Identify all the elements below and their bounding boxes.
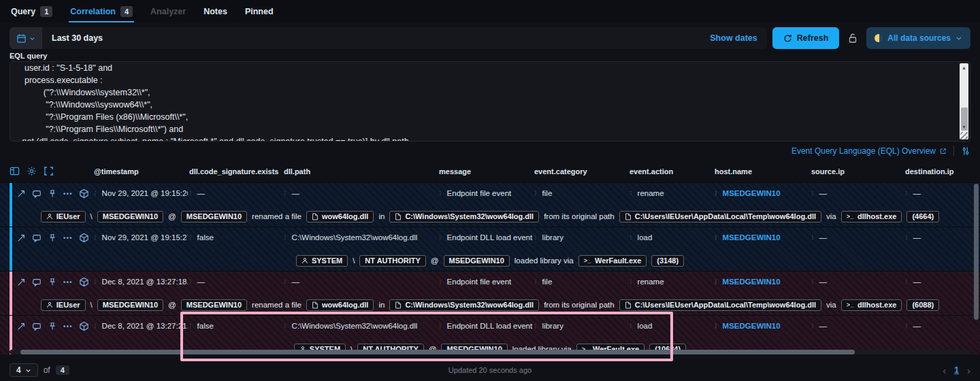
renderer-text: @ (168, 301, 176, 309)
event-row-4: •••Dec 8, 2021 @ 13:27:21.307falseC:\Win… (0, 315, 980, 354)
comment-icon[interactable] (32, 278, 42, 287)
renderer-badge[interactable]: >_dllhost.exe (841, 211, 902, 222)
tab-pinned[interactable]: Pinned (245, 0, 274, 22)
comment-icon[interactable] (32, 322, 42, 331)
fullscreen-icon[interactable] (44, 166, 54, 176)
gear-icon[interactable] (27, 166, 37, 176)
ellipsis-icon[interactable]: ••• (63, 279, 73, 286)
renderer-badge[interactable]: SYSTEM (296, 255, 348, 267)
ellipsis-icon[interactable]: ••• (63, 190, 73, 197)
cell-host[interactable]: MSEDGEWIN10 (715, 189, 810, 197)
page-next-icon[interactable]: › (967, 365, 970, 376)
pin-icon[interactable] (48, 189, 57, 199)
eql-overview-link-label: Event Query Language (EQL) Overview (791, 146, 936, 156)
cell-host[interactable]: MSEDGEWIN10 (715, 278, 810, 286)
timeline-tabbar: Query 1 Correlation 4 Analyzer Notes Pin… (0, 0, 980, 22)
tab-correlation-label: Correlation (70, 7, 116, 16)
query-scrollbar[interactable]: ▲ ▼ (960, 63, 968, 139)
eql-settings-icon[interactable] (961, 146, 970, 156)
renderer-badge[interactable]: C:\Users\IEUser\AppData\Local\Temp\wow64… (619, 299, 821, 311)
analyzer-icon[interactable] (79, 277, 89, 287)
renderer-badge[interactable]: wow64log.dll (306, 211, 374, 222)
renderer-badge-label: (6088) (912, 301, 934, 309)
renderer-badge[interactable]: C:\Windows\System32\wow64log.dll (389, 211, 539, 222)
renderer-badge[interactable]: >_WerFault.exe (578, 255, 647, 267)
eql-overview-link[interactable]: Event Query Language (EQL) Overview (791, 146, 947, 156)
renderer-badge-label: IEUser (56, 212, 80, 220)
renderer-badge[interactable]: NT AUTHORITY (359, 255, 425, 267)
renderer-badge[interactable]: (4664) (906, 211, 939, 222)
renderer-badge-label: MSEDGEWIN10 (186, 212, 242, 220)
tab-correlation-count-badge: 4 (120, 6, 133, 17)
column-header-source_ip[interactable]: source.ip (811, 167, 904, 176)
tab-notes[interactable]: Notes (203, 0, 227, 22)
renderer-badge[interactable]: (3148) (651, 255, 684, 267)
renderer-text: via (826, 301, 836, 309)
cell-exists: false (189, 233, 282, 242)
column-header-dest_ip[interactable]: destination.ip (905, 167, 976, 176)
column-header-category[interactable]: event.category (534, 167, 628, 176)
expand-icon[interactable] (16, 189, 26, 199)
pin-icon[interactable] (48, 233, 57, 243)
cell-category: library (534, 322, 628, 330)
renderer-badge[interactable]: MSEDGEWIN10 (181, 211, 247, 222)
tab-correlation[interactable]: Correlation 4 (70, 0, 133, 22)
cell-timestamp: Nov 29, 2021 @ 19:15:27.426 (94, 233, 188, 242)
pin-icon[interactable] (48, 322, 57, 331)
file-icon (395, 213, 402, 220)
analyzer-icon[interactable] (79, 321, 89, 331)
eql-query-input[interactable]: user.id : "S-1-5-18" and process.executa… (10, 61, 970, 142)
renderer-text: from its original path (544, 212, 615, 220)
renderer-badge[interactable]: MSEDGEWIN10 (97, 211, 163, 222)
ellipsis-icon[interactable]: ••• (63, 323, 73, 330)
show-dates-button[interactable]: Show dates (710, 33, 766, 43)
column-header-message[interactable]: message (439, 167, 533, 176)
pin-icon[interactable] (48, 278, 57, 287)
column-header-action[interactable]: event.action (630, 167, 713, 176)
page-number[interactable]: 1 (954, 365, 959, 375)
cell-host[interactable]: MSEDGEWIN10 (715, 233, 810, 242)
lock-open-button[interactable] (845, 27, 861, 49)
analyzer-icon[interactable] (79, 233, 89, 243)
renderer-badge[interactable]: MSEDGEWIN10 (181, 299, 247, 311)
renderer-badge-label: MSEDGEWIN10 (449, 256, 504, 265)
refresh-button[interactable]: Refresh (772, 27, 840, 49)
page-prev-icon[interactable]: ‹ (943, 365, 946, 376)
renderer-badge-label: WerFault.exe (595, 256, 641, 265)
renderer-badge[interactable]: (6088) (906, 299, 939, 311)
textarea-resize-grip[interactable] (960, 132, 968, 139)
events-table-header: @timestampdll.code_signature.existsdll.p… (0, 163, 980, 182)
table-horizontal-scrollbar[interactable] (10, 350, 970, 354)
column-header-exists[interactable]: dll.code_signature.exists (189, 167, 282, 176)
scroll-up-arrow[interactable]: ▲ (960, 63, 968, 72)
ellipsis-icon[interactable]: ••• (63, 235, 73, 242)
columns-icon[interactable] (10, 166, 20, 176)
comment-icon[interactable] (32, 233, 42, 243)
column-header-timestamp[interactable]: @timestamp (94, 167, 188, 176)
renderer-badge[interactable]: IEUser (41, 211, 86, 222)
cell-host[interactable]: MSEDGEWIN10 (715, 322, 810, 330)
renderer-badge[interactable]: wow64log.dll (306, 299, 374, 311)
tab-query[interactable]: Query 1 (11, 0, 52, 22)
scroll-down-arrow[interactable]: ▼ (960, 122, 968, 131)
expand-icon[interactable] (16, 278, 26, 287)
renderer-badge[interactable]: >_dllhost.exe (841, 299, 902, 311)
expand-icon[interactable] (16, 322, 26, 331)
renderer-badge[interactable]: C:\Users\IEUser\AppData\Local\Temp\wow64… (619, 211, 821, 222)
tab-query-label: Query (11, 7, 35, 16)
cell-source_ip: — (811, 278, 904, 286)
comment-icon[interactable] (32, 189, 42, 199)
renderer-badge[interactable]: IEUser (41, 299, 86, 311)
renderer-badge[interactable]: MSEDGEWIN10 (97, 299, 163, 311)
horizontal-scrollbar-thumb[interactable] (20, 350, 855, 354)
column-header-path[interactable]: dll.path (284, 167, 438, 176)
renderer-badge[interactable]: MSEDGEWIN10 (444, 255, 510, 267)
date-quick-select-button[interactable] (10, 27, 42, 49)
expand-icon[interactable] (16, 233, 26, 243)
data-sources-button[interactable]: All data sources (866, 27, 970, 49)
renderer-badge[interactable]: C:\Windows\System32\wow64log.dll (389, 299, 539, 311)
table-vertical-scrollbar[interactable] (974, 184, 979, 320)
analyzer-icon[interactable] (79, 188, 89, 199)
column-header-host[interactable]: host.name (715, 167, 810, 176)
date-range-display[interactable]: Last 30 days (42, 33, 710, 43)
